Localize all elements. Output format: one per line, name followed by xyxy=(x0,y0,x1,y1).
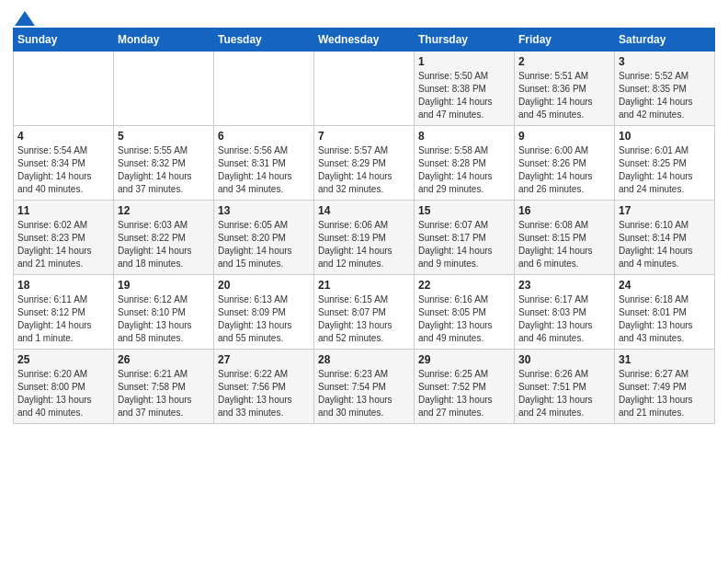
day-cell: 16Sunrise: 6:08 AM Sunset: 8:15 PM Dayli… xyxy=(515,201,615,275)
col-header-tuesday: Tuesday xyxy=(214,29,314,52)
day-cell xyxy=(314,52,415,126)
day-info: Sunrise: 6:12 AM Sunset: 8:10 PM Dayligh… xyxy=(118,293,210,345)
day-cell: 19Sunrise: 6:12 AM Sunset: 8:10 PM Dayli… xyxy=(114,275,214,350)
day-number: 23 xyxy=(518,279,610,292)
day-info: Sunrise: 6:00 AM Sunset: 8:26 PM Dayligh… xyxy=(518,144,610,196)
day-cell: 24Sunrise: 6:18 AM Sunset: 8:01 PM Dayli… xyxy=(615,275,715,350)
day-cell xyxy=(114,52,214,126)
day-number: 30 xyxy=(518,353,610,366)
header-row xyxy=(13,9,715,22)
day-info: Sunrise: 6:06 AM Sunset: 8:19 PM Dayligh… xyxy=(318,219,410,270)
day-number: 8 xyxy=(418,130,510,143)
calendar-table: SundayMondayTuesdayWednesdayThursdayFrid… xyxy=(13,28,715,424)
week-row-1: 1Sunrise: 5:50 AM Sunset: 8:38 PM Daylig… xyxy=(14,52,715,126)
day-info: Sunrise: 5:55 AM Sunset: 8:32 PM Dayligh… xyxy=(118,144,210,196)
day-cell: 21Sunrise: 6:15 AM Sunset: 8:07 PM Dayli… xyxy=(314,275,415,350)
day-number: 12 xyxy=(118,204,210,217)
day-info: Sunrise: 6:15 AM Sunset: 8:07 PM Dayligh… xyxy=(318,293,410,345)
header-row-days: SundayMondayTuesdayWednesdayThursdayFrid… xyxy=(14,29,715,52)
col-header-wednesday: Wednesday xyxy=(314,29,415,52)
day-info: Sunrise: 6:08 AM Sunset: 8:15 PM Dayligh… xyxy=(518,219,610,270)
day-number: 14 xyxy=(318,204,410,217)
day-number: 9 xyxy=(518,130,610,143)
day-info: Sunrise: 5:56 AM Sunset: 8:31 PM Dayligh… xyxy=(218,144,310,196)
day-number: 15 xyxy=(418,204,510,217)
day-cell: 12Sunrise: 6:03 AM Sunset: 8:22 PM Dayli… xyxy=(114,201,214,275)
day-cell: 9Sunrise: 6:00 AM Sunset: 8:26 PM Daylig… xyxy=(515,126,615,201)
logo-icon xyxy=(15,11,35,26)
day-cell: 22Sunrise: 6:16 AM Sunset: 8:05 PM Dayli… xyxy=(415,275,515,350)
col-header-monday: Monday xyxy=(114,29,214,52)
day-cell: 15Sunrise: 6:07 AM Sunset: 8:17 PM Dayli… xyxy=(415,201,515,275)
week-row-2: 4Sunrise: 5:54 AM Sunset: 8:34 PM Daylig… xyxy=(14,126,715,201)
day-number: 13 xyxy=(218,204,310,217)
day-info: Sunrise: 6:10 AM Sunset: 8:14 PM Dayligh… xyxy=(619,219,711,270)
day-info: Sunrise: 6:17 AM Sunset: 8:03 PM Dayligh… xyxy=(518,293,610,345)
day-number: 5 xyxy=(118,130,210,143)
day-cell: 27Sunrise: 6:22 AM Sunset: 7:56 PM Dayli… xyxy=(214,350,314,424)
day-info: Sunrise: 6:01 AM Sunset: 8:25 PM Dayligh… xyxy=(619,144,711,196)
day-cell: 29Sunrise: 6:25 AM Sunset: 7:52 PM Dayli… xyxy=(415,350,515,424)
day-number: 25 xyxy=(17,353,109,366)
day-cell: 14Sunrise: 6:06 AM Sunset: 8:19 PM Dayli… xyxy=(314,201,415,275)
col-header-saturday: Saturday xyxy=(615,29,715,52)
day-info: Sunrise: 6:20 AM Sunset: 8:00 PM Dayligh… xyxy=(17,368,109,419)
day-number: 28 xyxy=(318,353,410,366)
day-cell: 6Sunrise: 5:56 AM Sunset: 8:31 PM Daylig… xyxy=(214,126,314,201)
day-info: Sunrise: 6:22 AM Sunset: 7:56 PM Dayligh… xyxy=(218,368,310,419)
col-header-thursday: Thursday xyxy=(415,29,515,52)
page-container: SundayMondayTuesdayWednesdayThursdayFrid… xyxy=(0,0,728,431)
day-cell: 30Sunrise: 6:26 AM Sunset: 7:51 PM Dayli… xyxy=(515,350,615,424)
day-cell: 10Sunrise: 6:01 AM Sunset: 8:25 PM Dayli… xyxy=(615,126,715,201)
logo xyxy=(13,13,35,22)
day-number: 3 xyxy=(619,55,711,68)
day-cell xyxy=(14,52,114,126)
day-number: 2 xyxy=(518,55,610,68)
day-number: 16 xyxy=(518,204,610,217)
day-info: Sunrise: 6:13 AM Sunset: 8:09 PM Dayligh… xyxy=(218,293,310,345)
day-cell: 5Sunrise: 5:55 AM Sunset: 8:32 PM Daylig… xyxy=(114,126,214,201)
day-number: 26 xyxy=(118,353,210,366)
col-header-friday: Friday xyxy=(515,29,615,52)
day-number: 10 xyxy=(619,130,711,143)
day-cell: 28Sunrise: 6:23 AM Sunset: 7:54 PM Dayli… xyxy=(314,350,415,424)
week-row-5: 25Sunrise: 6:20 AM Sunset: 8:00 PM Dayli… xyxy=(14,350,715,424)
day-cell: 25Sunrise: 6:20 AM Sunset: 8:00 PM Dayli… xyxy=(14,350,114,424)
day-info: Sunrise: 6:02 AM Sunset: 8:23 PM Dayligh… xyxy=(17,219,109,270)
day-number: 21 xyxy=(318,279,410,292)
week-row-4: 18Sunrise: 6:11 AM Sunset: 8:12 PM Dayli… xyxy=(14,275,715,350)
day-info: Sunrise: 6:27 AM Sunset: 7:49 PM Dayligh… xyxy=(619,368,711,419)
day-number: 17 xyxy=(619,204,711,217)
day-info: Sunrise: 5:52 AM Sunset: 8:35 PM Dayligh… xyxy=(619,70,711,121)
day-info: Sunrise: 6:03 AM Sunset: 8:22 PM Dayligh… xyxy=(118,219,210,270)
day-cell: 26Sunrise: 6:21 AM Sunset: 7:58 PM Dayli… xyxy=(114,350,214,424)
day-info: Sunrise: 5:50 AM Sunset: 8:38 PM Dayligh… xyxy=(418,70,510,121)
day-cell: 18Sunrise: 6:11 AM Sunset: 8:12 PM Dayli… xyxy=(14,275,114,350)
day-number: 6 xyxy=(218,130,310,143)
day-cell: 7Sunrise: 5:57 AM Sunset: 8:29 PM Daylig… xyxy=(314,126,415,201)
day-cell: 2Sunrise: 5:51 AM Sunset: 8:36 PM Daylig… xyxy=(515,52,615,126)
day-cell: 1Sunrise: 5:50 AM Sunset: 8:38 PM Daylig… xyxy=(415,52,515,126)
day-number: 27 xyxy=(218,353,310,366)
day-cell: 11Sunrise: 6:02 AM Sunset: 8:23 PM Dayli… xyxy=(14,201,114,275)
day-number: 19 xyxy=(118,279,210,292)
day-info: Sunrise: 6:21 AM Sunset: 7:58 PM Dayligh… xyxy=(118,368,210,419)
day-number: 20 xyxy=(218,279,310,292)
day-cell: 13Sunrise: 6:05 AM Sunset: 8:20 PM Dayli… xyxy=(214,201,314,275)
svg-marker-0 xyxy=(15,11,35,26)
day-info: Sunrise: 6:18 AM Sunset: 8:01 PM Dayligh… xyxy=(619,293,711,345)
day-info: Sunrise: 5:57 AM Sunset: 8:29 PM Dayligh… xyxy=(318,144,410,196)
day-cell: 17Sunrise: 6:10 AM Sunset: 8:14 PM Dayli… xyxy=(615,201,715,275)
day-info: Sunrise: 5:58 AM Sunset: 8:28 PM Dayligh… xyxy=(418,144,510,196)
day-cell: 23Sunrise: 6:17 AM Sunset: 8:03 PM Dayli… xyxy=(515,275,615,350)
day-number: 29 xyxy=(418,353,510,366)
day-info: Sunrise: 6:23 AM Sunset: 7:54 PM Dayligh… xyxy=(318,368,410,419)
day-number: 4 xyxy=(17,130,109,143)
col-header-sunday: Sunday xyxy=(14,29,114,52)
day-info: Sunrise: 6:26 AM Sunset: 7:51 PM Dayligh… xyxy=(518,368,610,419)
day-number: 22 xyxy=(418,279,510,292)
day-info: Sunrise: 6:11 AM Sunset: 8:12 PM Dayligh… xyxy=(17,293,109,345)
day-info: Sunrise: 5:54 AM Sunset: 8:34 PM Dayligh… xyxy=(17,144,109,196)
day-number: 11 xyxy=(17,204,109,217)
day-cell: 4Sunrise: 5:54 AM Sunset: 8:34 PM Daylig… xyxy=(14,126,114,201)
